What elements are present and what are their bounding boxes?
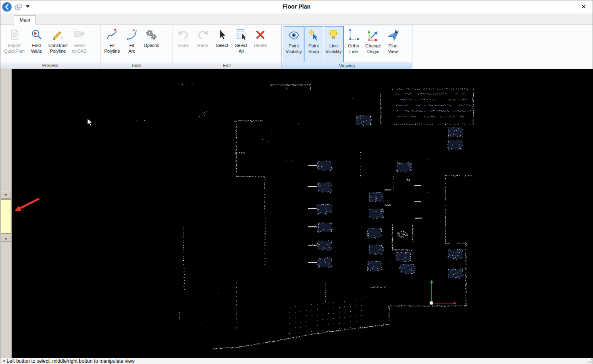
button-label: Fit — [110, 42, 114, 48]
change-origin-icon — [367, 29, 380, 42]
button-label: Point — [309, 43, 319, 49]
button-label: Ortho — [348, 43, 359, 49]
button-label: Line — [349, 49, 358, 54]
resize-grip[interactable] — [587, 359, 592, 364]
select-all-button[interactable]: Select All — [232, 26, 251, 62]
options-icon — [145, 28, 158, 41]
plan-view-icon: A — [387, 29, 400, 42]
floor-plan-window: Floor Plan ✕ Main Import QuickPlan — [0, 0, 593, 364]
point-snap-icon — [307, 29, 320, 42]
select-button[interactable]: Select — [213, 26, 231, 62]
button-label: Select — [235, 42, 248, 48]
button-label: Line — [329, 43, 338, 49]
point-visibility-button[interactable]: Point Visibility — [284, 26, 304, 62]
fit-polyline-button[interactable]: * Fit Polyline — [102, 26, 122, 62]
line-visibility-bulb-icon — [327, 29, 340, 42]
group-label-viewing: Viewing — [282, 62, 412, 69]
button-label: Options — [144, 42, 159, 48]
button-label: Origin — [367, 49, 379, 54]
ribbon: Import QuickPlan Find Walls Construct Po… — [0, 25, 593, 69]
window-title: Floor Plan — [0, 3, 593, 10]
button-label: Polyline — [104, 48, 120, 54]
undo-button[interactable]: Undo — [174, 26, 193, 62]
workspace: ▼ ▲ — [0, 69, 593, 358]
button-label: Arc — [128, 48, 135, 54]
button-label: All — [239, 48, 244, 54]
button-label: Change — [365, 43, 381, 49]
button-label: Visibility — [286, 49, 302, 54]
button-label: Send — [74, 42, 85, 48]
button-label: View — [388, 49, 398, 54]
send-to-cad-icon — [73, 28, 86, 41]
ortho-line-icon — [347, 29, 360, 42]
select-all-icon — [235, 28, 248, 41]
change-origin-button[interactable]: Change Origin — [363, 26, 383, 62]
ribbon-group-edit: Undo Redo Select — [172, 25, 282, 69]
svg-text:*: * — [133, 28, 135, 34]
fit-polyline-icon: * — [105, 28, 119, 41]
statusbar: > Left button to select, middle/right bu… — [0, 358, 593, 364]
delete-icon — [254, 28, 267, 41]
titlebar: Floor Plan ✕ — [0, 0, 593, 13]
button-label: Delete — [254, 42, 267, 48]
group-label-process: Process — [0, 62, 100, 69]
button-label: Redo — [197, 42, 208, 48]
button-label: Plan — [389, 43, 398, 49]
svg-text:A: A — [394, 30, 397, 34]
send-to-cad-button[interactable]: Send to CAD — [70, 26, 89, 62]
redo-icon — [196, 28, 209, 41]
construct-polyline-icon — [51, 28, 65, 41]
button-label: Find — [32, 42, 40, 48]
fit-arc-icon: * — [125, 28, 139, 41]
button-label: Fit — [129, 42, 134, 48]
collapsed-panel[interactable] — [1, 199, 11, 234]
ribbon-group-viewing: Point Visibility Point Snap Line Visibil… — [282, 25, 412, 69]
button-label: Undo — [178, 42, 189, 48]
button-label: Polyline — [50, 48, 66, 54]
ribbon-group-process: Import QuickPlan Find Walls Construct Po… — [0, 25, 101, 69]
ortho-line-button[interactable]: Ortho Line — [344, 26, 363, 62]
status-text: > Left button to select, middle/right bu… — [2, 358, 134, 364]
delete-button[interactable]: Delete — [251, 26, 270, 62]
ribbon-spacer — [412, 25, 593, 69]
undo-icon — [177, 28, 190, 41]
find-walls-icon — [30, 28, 43, 41]
construct-polyline-button[interactable]: Construct Polyline — [46, 26, 69, 62]
find-walls-button[interactable]: Find Walls — [27, 26, 46, 62]
ribbon-tabstrip: Main — [0, 13, 593, 25]
button-label: to CAD — [72, 48, 86, 54]
floor-plan-canvas[interactable] — [12, 69, 593, 358]
line-visibility-button[interactable]: Line Visibility — [324, 26, 344, 62]
close-button[interactable]: ✕ — [577, 2, 590, 12]
fit-arc-button[interactable]: * Fit Arc — [123, 26, 141, 62]
button-label: Walls — [31, 48, 42, 54]
scroll-up-button[interactable]: ▲ — [1, 235, 11, 242]
button-label: QuickPlan — [4, 48, 25, 54]
group-label-edit: Edit — [172, 62, 281, 69]
group-label-tools: Tools — [101, 62, 172, 69]
plan-view-button[interactable]: A Plan View — [384, 26, 403, 62]
button-label: Select — [216, 42, 228, 48]
tab-main[interactable]: Main — [14, 15, 36, 25]
redo-button[interactable]: Redo — [193, 26, 212, 62]
point-visibility-eye-icon — [287, 29, 300, 42]
scroll-down-button[interactable]: ▼ — [1, 192, 11, 199]
svg-text:*: * — [114, 28, 116, 34]
select-cursor-icon — [215, 28, 228, 41]
button-label: Visibility — [326, 49, 342, 54]
button-label: Snap — [309, 49, 319, 54]
import-quickplan-button[interactable]: Import QuickPlan — [2, 26, 27, 62]
button-label: Import — [8, 42, 20, 48]
left-rail: ▼ ▲ — [0, 69, 12, 358]
button-label: Construct — [48, 42, 67, 48]
point-snap-button[interactable]: Point Snap — [304, 26, 323, 62]
import-quickplan-icon — [8, 28, 21, 41]
button-label: Point — [289, 43, 299, 49]
ribbon-group-tools: * Fit Polyline * Fit Arc Options — [101, 25, 172, 69]
options-button[interactable]: Options — [142, 26, 161, 62]
